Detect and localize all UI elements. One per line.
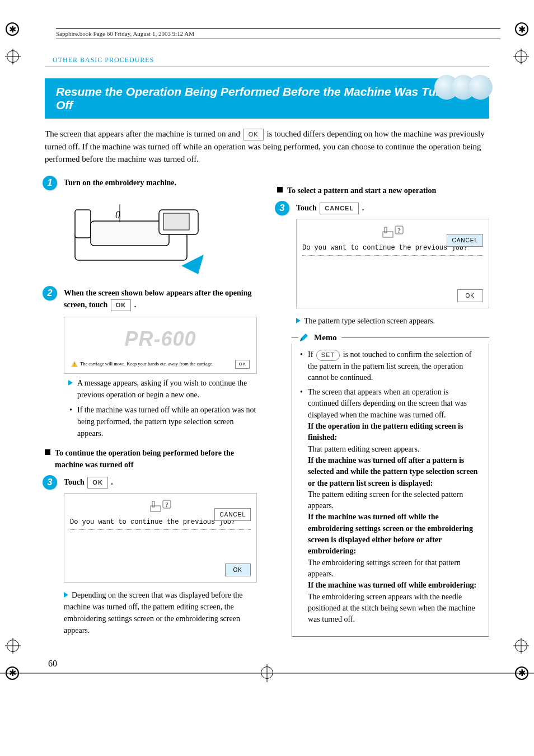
svg-text:?: ? <box>397 227 401 234</box>
intro-paragraph: The screen that appears after the machin… <box>45 128 489 166</box>
square-bullet-icon <box>277 187 283 192</box>
ok-button[interactable]: OK <box>243 129 264 140</box>
ok-button[interactable]: OK <box>235 360 250 369</box>
registration-mark-icon <box>261 666 273 679</box>
ok-button[interactable]: OK <box>111 299 132 311</box>
svg-rect-4 <box>163 213 189 230</box>
triangle-bullet-icon <box>64 592 68 598</box>
banner-title-text: Resume the Operation Being Performed Bef… <box>56 85 461 111</box>
cancel-dialog: ? Do you want to continue the previous j… <box>296 219 489 308</box>
svg-rect-1 <box>75 210 91 238</box>
ok-button[interactable]: OK <box>457 289 483 302</box>
book-header: Sapphire.book Page 60 Friday, August 1, … <box>56 28 500 39</box>
chapter-label: OTHER BASIC PROCEDURES <box>45 56 489 67</box>
step2-note: A message appears, asking if you wish to… <box>69 377 257 401</box>
step1-title: Turn on the embroidery machine. <box>64 177 257 189</box>
carriage-warning-text: The carriage will move. Keep your hands … <box>80 360 213 368</box>
ok-button[interactable]: OK <box>225 564 251 576</box>
cancel-button[interactable]: CANCEL <box>447 234 483 247</box>
step2-title: When the screen shown below appears afte… <box>64 287 257 311</box>
step3a-result: Depending on the screen that was display… <box>64 589 257 636</box>
step-badge-icon: 2 <box>43 286 57 300</box>
intro-text: The screen that appears after the machin… <box>45 129 242 138</box>
cancel-button[interactable]: CANCEL <box>320 203 359 214</box>
subheading-new: To select a pattern and start a new oper… <box>277 185 489 196</box>
memo-box: Memo If SET is not touched to confirm th… <box>292 338 489 637</box>
step2-note: If the machine was turned off while an o… <box>69 404 257 439</box>
svg-rect-2 <box>91 221 169 246</box>
ok-button[interactable]: OK <box>87 477 108 489</box>
step-badge-icon: 3 <box>43 475 57 490</box>
memo-title: Memo <box>314 331 337 344</box>
memo-item: If SET is not touched to confirm the sel… <box>300 349 481 383</box>
step-badge-icon: 3 <box>275 201 289 215</box>
step-badge-icon: 1 <box>43 176 57 190</box>
step-1: 1 Turn on the embroidery machine. <box>45 177 257 277</box>
triangle-bullet-icon <box>296 318 301 323</box>
embroidery-machine-figure: 0 <box>64 193 209 277</box>
continue-dialog: ? Do you want to continue the previous j… <box>64 493 257 583</box>
svg-text:?: ? <box>165 501 168 509</box>
step-3a: 3 Touch OK . ? <box>45 476 257 636</box>
square-bullet-icon <box>45 449 50 455</box>
cancel-button[interactable]: CANCEL <box>214 508 251 521</box>
step-2: 2 When the screen shown below appears af… <box>45 287 257 439</box>
pencil-icon <box>298 332 310 343</box>
figure-zero-label: 0 <box>115 208 120 223</box>
subheading-continue: To continue the operation being performe… <box>45 447 257 471</box>
banner-decor-icon <box>442 75 493 100</box>
warning-icon <box>71 361 78 367</box>
step3b-result: The pattern type selection screen appear… <box>296 315 489 327</box>
title-banner: Resume the Operation Being Performed Bef… <box>45 78 489 119</box>
step-3b: 3 Touch CANCEL . ? <box>277 202 489 327</box>
set-button[interactable]: SET <box>316 350 340 361</box>
step3b-title: Touch CANCEL . <box>296 202 489 214</box>
step3a-title: Touch OK . <box>64 476 257 489</box>
pr600-logo: PR-600 <box>69 324 252 354</box>
pr600-screen-figure: PR-600 The carriage will move. Keep your… <box>64 317 257 374</box>
memo-item: The screen that appears when an operatio… <box>300 387 481 625</box>
